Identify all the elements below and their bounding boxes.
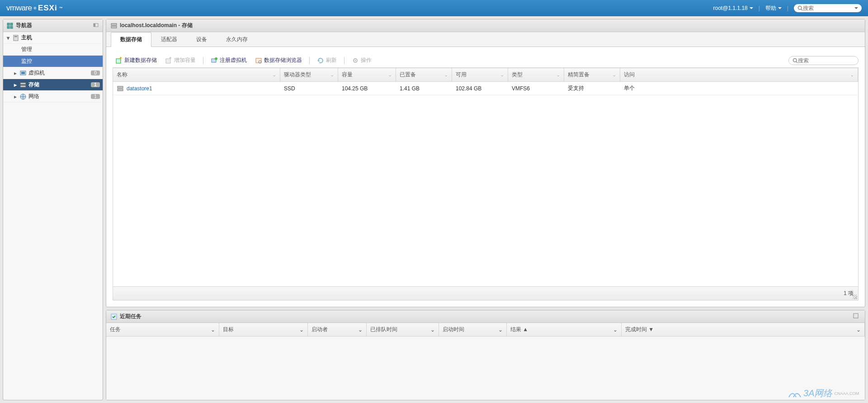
tasks-icon	[111, 314, 117, 320]
svg-rect-27	[118, 86, 123, 88]
collapse-button[interactable]	[93, 22, 99, 29]
datastore-grid: 名称⌄ 驱动器类型⌄ 容量⌄ 已置备⌄ 可用⌄ 类型⌄ 精简置备⌄ 访问⌄	[113, 68, 859, 300]
svg-rect-8	[14, 35, 18, 41]
grid-search[interactable]	[788, 56, 859, 65]
svg-rect-9	[14, 36, 17, 37]
help-label: 帮助	[765, 5, 776, 12]
user-menu[interactable]: root@1.1.1.18	[713, 5, 753, 11]
panel-title: localhost.localdomain - 存储	[120, 22, 193, 29]
col-completed[interactable]: 完成时间 ▼⌄	[622, 323, 865, 336]
sort-icon: ⌄	[299, 327, 304, 333]
table-row[interactable]: datastore1 SSD 104.25 GB 1.41 GB 102.84 …	[113, 82, 858, 95]
cell-thin: 受支持	[564, 82, 620, 95]
col-name[interactable]: 名称⌄	[113, 68, 280, 81]
navigator-sidebar: 导航器 ▾ 主机 管理 监控 ▸ 虚拟机 0	[3, 19, 103, 400]
col-type[interactable]: 类型⌄	[508, 68, 564, 81]
help-menu[interactable]: 帮助	[765, 5, 782, 12]
network-count-badge: 1	[91, 94, 100, 99]
tasks-body	[106, 337, 865, 400]
grid-footer: 1 项	[113, 286, 858, 300]
grid-search-input[interactable]	[798, 57, 854, 64]
vm-icon	[19, 70, 27, 77]
sort-icon: ⌄	[330, 73, 334, 77]
datastore-browser-button[interactable]: 数据存储浏览器	[252, 55, 305, 66]
nav-manage[interactable]: 管理	[3, 44, 103, 56]
cell-provisioned: 1.41 GB	[396, 82, 452, 95]
search-icon	[797, 5, 803, 11]
col-drive-type[interactable]: 驱动器类型⌄	[280, 68, 338, 81]
nav-monitor[interactable]: 监控	[3, 56, 103, 67]
sort-icon: ⌄	[613, 73, 616, 77]
tasks-header: 近期任务	[106, 310, 865, 323]
col-initiator[interactable]: 启动者⌄	[308, 323, 367, 336]
chevron-down-icon	[750, 7, 753, 9]
user-label: root@1.1.1.18	[713, 5, 748, 11]
svg-rect-11	[21, 72, 25, 74]
navigator-title: 导航器	[16, 22, 32, 29]
svg-rect-13	[20, 85, 26, 87]
datastore-name-link[interactable]: datastore1	[127, 85, 152, 92]
col-provisioned[interactable]: 已置备⌄	[396, 68, 452, 81]
refresh-button[interactable]: 刷新	[314, 55, 340, 66]
col-result[interactable]: 结果 ▲⌄	[507, 323, 622, 336]
cell-type: VMFS6	[508, 82, 564, 95]
chevron-down-icon	[778, 7, 782, 9]
col-access[interactable]: 访问⌄	[620, 68, 858, 81]
tasks-title: 近期任务	[120, 313, 142, 320]
cell-capacity: 104.25 GB	[338, 82, 396, 95]
panel-title-bar: localhost.localdomain - 存储	[106, 19, 865, 32]
col-thin[interactable]: 精简置备⌄	[564, 68, 620, 81]
nav-host[interactable]: ▾ 主机	[3, 32, 103, 44]
sort-icon: ⌄	[500, 73, 504, 77]
toolbar: 新建数据存储 增加容量 注册虚拟机 数据存储浏览器	[113, 53, 859, 68]
tab-adapter[interactable]: 适配器	[151, 32, 187, 47]
nav-vm[interactable]: ▸ 虚拟机 0	[3, 67, 103, 79]
sort-icon: ⌄	[613, 327, 618, 333]
cell-access: 单个	[620, 82, 858, 95]
tasks-grid-header: 任务⌄ 目标⌄ 启动者⌄ 已排队时间⌄ 启动时间⌄ 结果 ▲⌄ 完成时间 ▼⌄	[106, 323, 865, 337]
global-search-input[interactable]	[803, 5, 854, 11]
cell-free: 102.84 GB	[452, 82, 508, 95]
svg-point-24	[355, 60, 356, 61]
col-capacity[interactable]: 容量⌄	[338, 68, 396, 81]
register-vm-button[interactable]: 注册虚拟机	[208, 55, 250, 66]
col-started[interactable]: 启动时间⌄	[439, 323, 507, 336]
tab-device[interactable]: 设备	[187, 32, 217, 47]
global-search[interactable]	[794, 4, 862, 12]
svg-rect-30	[854, 314, 858, 318]
grid-header-row: 名称⌄ 驱动器类型⌄ 容量⌄ 已置备⌄ 可用⌄ 类型⌄ 精简置备⌄ 访问⌄	[113, 68, 858, 82]
svg-point-0	[798, 6, 802, 10]
expand-icon: ▸	[13, 94, 18, 100]
vmware-logo: vmware® ESXi™	[6, 4, 62, 13]
tab-datastore[interactable]: 数据存储	[111, 32, 151, 47]
new-icon	[115, 57, 123, 64]
col-task[interactable]: 任务⌄	[106, 323, 219, 336]
nav-host-label: 主机	[21, 34, 32, 42]
sort-icon: ⌄	[211, 327, 215, 333]
nav-network[interactable]: ▸ 网络 1	[3, 91, 103, 103]
host-icon	[12, 34, 19, 42]
resize-handle[interactable]	[853, 295, 857, 299]
cell-drive-type: SSD	[280, 82, 338, 95]
svg-line-26	[796, 61, 797, 63]
col-target[interactable]: 目标⌄	[219, 323, 308, 336]
tab-persistent-memory[interactable]: 永久内存	[217, 32, 257, 47]
grid-body: datastore1 SSD 104.25 GB 1.41 GB 102.84 …	[113, 82, 858, 286]
col-queued[interactable]: 已排队时间⌄	[367, 323, 439, 336]
vm-count-badge: 0	[91, 70, 100, 75]
navigator-header: 导航器	[3, 19, 103, 32]
col-free[interactable]: 可用⌄	[452, 68, 508, 81]
maximize-button[interactable]	[851, 313, 860, 320]
sort-icon: ⌄	[430, 327, 435, 333]
sort-icon: ⌄	[358, 327, 363, 333]
svg-rect-15	[111, 23, 117, 25]
sort-icon: ⌄	[498, 327, 503, 333]
actions-button[interactable]: 操作	[349, 55, 374, 66]
search-icon	[793, 58, 798, 63]
svg-rect-28	[118, 89, 123, 91]
recent-tasks-panel: 近期任务 任务⌄ 目标⌄ 启动者⌄ 已排队时间⌄ 启动时间⌄ 结果 ▲⌄ 完成时…	[106, 310, 865, 400]
logo-vmware-text: vmware	[6, 4, 32, 13]
svg-rect-16	[111, 26, 117, 28]
nav-storage[interactable]: ▸ 存储 1	[3, 79, 103, 91]
new-datastore-button[interactable]: 新建数据存储	[113, 55, 160, 66]
